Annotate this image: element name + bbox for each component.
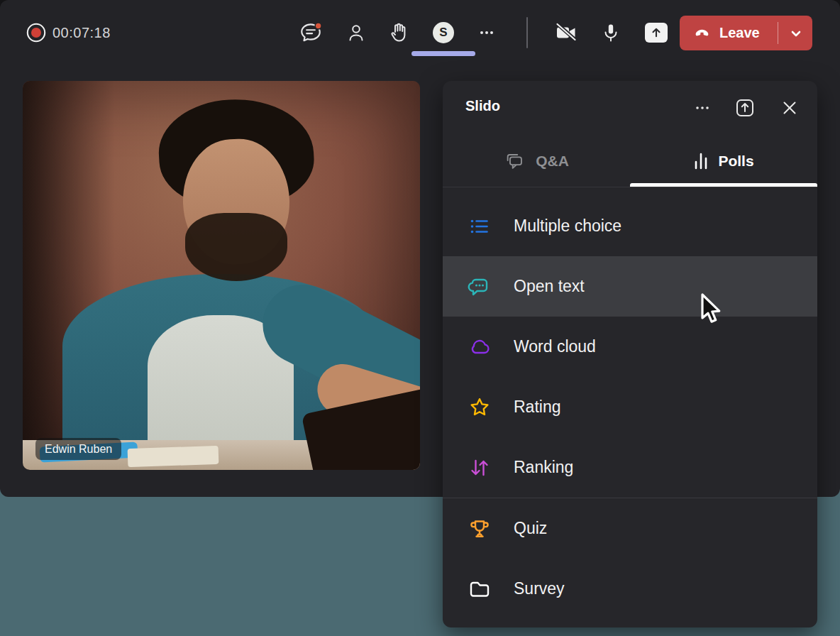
poll-type-row-multiple-choice[interactable]: Multiple choice [443, 196, 817, 256]
poll-type-label: Word cloud [514, 337, 596, 356]
poll-type-row-quiz[interactable]: Quiz [443, 498, 817, 559]
panel-pop-out-icon[interactable] [734, 97, 756, 119]
desk-item-paper [128, 446, 219, 467]
participant-name-tag: Edwin Ruben [35, 438, 121, 460]
meeting-toolbar: 00:07:18 S [0, 0, 840, 65]
meeting-timer: 00:07:18 [52, 0, 111, 65]
chat-notification-dot [315, 23, 321, 29]
panel-close-icon[interactable] [779, 97, 800, 119]
panel-more-options-icon[interactable] [692, 97, 713, 119]
slido-panel: Slido Q&A [443, 81, 817, 627]
toolbar-divider [526, 17, 528, 48]
poll-type-label: Rating [514, 398, 560, 417]
poll-type-row-ranking[interactable]: Ranking [443, 437, 817, 498]
active-tab-underline [630, 183, 817, 187]
meeting-window: 00:07:18 S [0, 0, 840, 497]
microphone-icon[interactable] [599, 21, 622, 44]
share-up-arrow-icon [648, 24, 665, 41]
bar-chart-icon [693, 151, 709, 171]
speech-dots-icon [467, 274, 492, 300]
share-screen-button[interactable] [645, 23, 668, 43]
sort-arrows-icon [467, 455, 492, 481]
tab-qa-label: Q&A [536, 153, 569, 170]
poll-type-row-word-cloud[interactable]: Word cloud [443, 317, 817, 377]
slido-logo-letter: S [439, 26, 447, 40]
qa-bubbles-icon [504, 150, 526, 172]
leave-button-label: Leave [719, 25, 760, 41]
leave-button[interactable]: Leave [680, 16, 812, 50]
tab-qa[interactable]: Q&A [443, 135, 630, 187]
poll-type-row-survey[interactable]: Survey [443, 559, 817, 619]
poll-type-label: Quiz [514, 519, 547, 538]
participant-video-tile: Edwin Ruben [23, 81, 420, 470]
leave-options-chevron-icon[interactable] [788, 25, 805, 42]
active-app-indicator [411, 51, 475, 56]
poll-type-row-rating[interactable]: Rating [443, 377, 817, 437]
participants-icon[interactable] [345, 21, 368, 44]
tab-polls[interactable]: Polls [630, 135, 817, 187]
recording-indicator-icon [26, 22, 47, 43]
cloud-icon [467, 334, 492, 360]
person-beard [185, 213, 287, 281]
meeting-app: 00:07:18 S [0, 0, 840, 636]
mouse-cursor [700, 292, 724, 331]
panel-title: Slido [465, 98, 500, 114]
folder-icon [467, 576, 492, 602]
more-options-icon[interactable] [476, 22, 497, 43]
trophy-icon [467, 516, 492, 542]
leave-button-divider [778, 22, 778, 44]
poll-type-label: Ranking [514, 458, 573, 477]
raise-hand-icon[interactable] [387, 21, 410, 44]
list-icon [467, 214, 492, 239]
tab-polls-label: Polls [718, 153, 753, 170]
hang-up-phone-icon [692, 23, 712, 43]
poll-type-label: Multiple choice [514, 216, 621, 236]
chat-icon[interactable] [299, 21, 323, 45]
camera-off-icon[interactable] [554, 20, 580, 45]
poll-type-label: Survey [514, 579, 565, 598]
poll-type-list: Multiple choice Open text Word cloud [443, 196, 817, 619]
poll-type-row-open-text[interactable]: Open text [443, 256, 817, 317]
star-icon [467, 395, 492, 420]
slido-app-button[interactable]: S [433, 22, 454, 43]
poll-type-label: Open text [514, 277, 585, 296]
panel-tab-bar: Q&A Polls [443, 135, 817, 187]
